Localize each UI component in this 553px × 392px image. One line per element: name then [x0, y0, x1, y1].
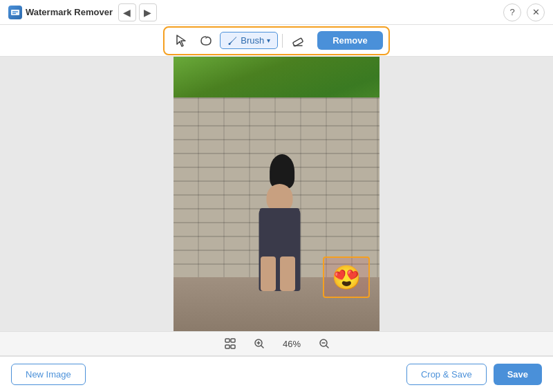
nav-buttons: ◀ ▶ [118, 3, 157, 21]
watermark-selection-box[interactable]: 😍 [323, 256, 370, 298]
svg-point-4 [229, 43, 231, 45]
fit-to-screen-button[interactable] [221, 334, 240, 353]
crop-save-button[interactable]: Crop & Save [406, 364, 487, 385]
person-figure [249, 153, 311, 291]
save-button[interactable]: Save [494, 364, 542, 385]
brush-tool-button[interactable]: Brush ▾ [220, 32, 278, 49]
svg-rect-9 [225, 345, 229, 348]
brush-chevron-icon: ▾ [267, 37, 270, 44]
zoom-in-button[interactable] [251, 335, 268, 352]
help-button[interactable]: ? [503, 3, 521, 21]
zoom-out-icon [319, 338, 330, 349]
zoom-in-icon [254, 338, 265, 349]
app-logo: Watermark Remover [8, 6, 113, 19]
toolbar: Brush ▾ Remove [0, 25, 553, 57]
bottom-action-bar: New Image Crop & Save Save [0, 356, 553, 392]
fit-icon [224, 337, 236, 350]
lasso-tool-button[interactable] [195, 30, 217, 51]
brush-label: Brush [241, 35, 264, 46]
bottom-right-actions: Crop & Save Save [406, 364, 542, 385]
title-bar: Watermark Remover ◀ ▶ ? ✕ [0, 0, 553, 25]
svg-rect-10 [231, 345, 235, 348]
status-bar: 46% [0, 331, 553, 356]
zoom-out-button[interactable] [316, 335, 332, 352]
svg-rect-0 [11, 10, 19, 15]
person-legs [261, 256, 299, 291]
app-logo-icon [8, 6, 22, 19]
toolbar-divider [282, 34, 283, 48]
svg-line-14 [261, 346, 263, 348]
svg-marker-3 [177, 35, 185, 46]
remove-button[interactable]: Remove [317, 31, 383, 50]
zoom-level-display: 46% [279, 339, 305, 349]
close-button[interactable]: ✕ [527, 3, 545, 21]
new-image-button[interactable]: New Image [11, 364, 86, 385]
photo-scene: 😍 [174, 57, 379, 331]
watermark-emoji: 😍 [332, 263, 361, 291]
erase-tool-button[interactable] [287, 30, 309, 51]
person-right-leg [280, 256, 295, 291]
brush-icon [227, 35, 238, 46]
person-head [267, 184, 293, 212]
main-canvas-area: 😍 [0, 57, 553, 331]
image-canvas: 😍 [174, 57, 379, 331]
toolbar-group: Brush ▾ Remove [163, 26, 390, 55]
svg-rect-8 [231, 339, 235, 342]
title-bar-left: Watermark Remover ◀ ▶ [8, 3, 157, 21]
forward-button[interactable]: ▶ [139, 3, 157, 21]
selection-tool-button[interactable] [170, 30, 192, 51]
svg-rect-7 [225, 339, 229, 342]
person-left-leg [261, 256, 276, 291]
app-title-text: Watermark Remover [26, 7, 113, 17]
svg-line-17 [326, 346, 328, 348]
title-bar-right: ? ✕ [503, 3, 545, 21]
back-button[interactable]: ◀ [118, 3, 136, 21]
